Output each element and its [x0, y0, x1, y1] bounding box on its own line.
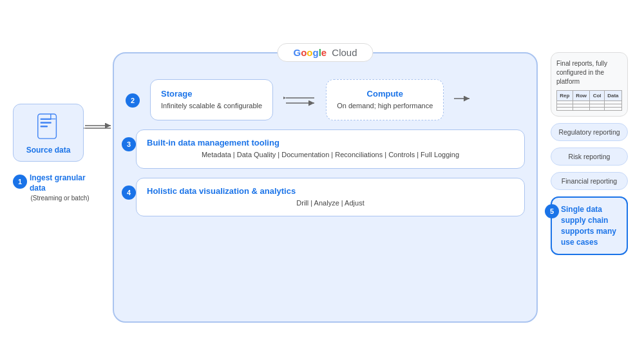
- step3-badge: 3: [122, 137, 136, 151]
- step1-label: Ingest granular data: [30, 173, 90, 193]
- table-header-rep: Rep: [557, 91, 573, 101]
- compute-box: Compute On demand; high performance: [326, 79, 444, 120]
- viz-box: Holistic data visualization & analytics …: [136, 178, 525, 216]
- google-o2: o: [307, 47, 312, 58]
- gc-container: Google Cloud 2 Storage Infinitely scalab…: [113, 52, 538, 323]
- data-mgmt-title: Built-in data management tooling: [147, 138, 514, 148]
- step1-sublabel: (Streaming or batch): [30, 195, 90, 202]
- arrows-between: [279, 90, 319, 110]
- table-header-data: Data: [604, 91, 621, 101]
- svg-rect-3: [41, 126, 48, 127]
- google-g2: g: [312, 47, 318, 58]
- google-e: e: [321, 47, 327, 58]
- compute-right-arrow: [453, 92, 472, 108]
- storage-compute-row: 2 Storage Infinitely scalable & configur…: [126, 79, 525, 120]
- source-arrow: [84, 119, 116, 135]
- compute-title: Compute: [337, 89, 433, 99]
- step4-badge: 4: [122, 186, 136, 200]
- step5-badge: 5: [545, 204, 559, 218]
- step1-area: 1 Ingest granular data (Streaming or bat…: [13, 173, 90, 202]
- data-mgmt-box: Built-in data management tooling Metadat…: [136, 129, 525, 168]
- mini-table: Rep Row Col Data: [556, 90, 622, 111]
- step2-badge: 2: [126, 93, 140, 108]
- data-mgmt-sub: Metadata | Data Quality | Documentation …: [147, 150, 514, 160]
- google-o1: o: [301, 47, 307, 58]
- final-reports-label: Final reports, fully configured in the p…: [556, 59, 622, 86]
- storage-title: Storage: [161, 89, 262, 99]
- table-header-row: Row: [573, 91, 590, 101]
- regulatory-reporting-pill: Regulatory reporting: [551, 123, 628, 141]
- risk-reporting-pill: Risk reporting: [551, 148, 628, 166]
- document-icon: [37, 113, 60, 140]
- final-reports-box: Final reports, fully configured in the p…: [551, 52, 628, 117]
- viz-sub: Drill | Analyze | Adjust: [147, 198, 514, 208]
- cloud-text: Cloud: [329, 47, 357, 58]
- viz-title: Holistic data visualization & analytics: [147, 186, 514, 196]
- svg-rect-2: [41, 122, 52, 123]
- diagram-container: Source data 1 Ingest granular data (Stre…: [13, 14, 631, 348]
- table-row: [557, 108, 622, 111]
- svg-rect-1: [41, 119, 52, 120]
- right-panel: Final reports, fully configured in the p…: [551, 52, 628, 323]
- storage-sub: Infinitely scalable & configurable: [161, 101, 262, 111]
- storage-compute-arrows: [283, 90, 316, 110]
- financial-reporting-pill: Financial reporting: [551, 172, 628, 190]
- source-data-label: Source data: [26, 146, 71, 155]
- storage-box: Storage Infinitely scalable & configurab…: [150, 79, 273, 120]
- google-g: G: [293, 47, 301, 58]
- step5-box: 5 Single data supply chain supports many…: [551, 196, 628, 255]
- source-data-box: Source data: [13, 104, 84, 162]
- gc-label: Google Cloud: [277, 43, 373, 62]
- table-header-col: Col: [590, 91, 604, 101]
- compute-sub: On demand; high performance: [337, 101, 433, 111]
- step1-badge: 1: [13, 175, 27, 189]
- gc-inner: 2 Storage Infinitely scalable & configur…: [126, 79, 525, 310]
- step5-label: Single data supply chain supports many u…: [561, 204, 620, 247]
